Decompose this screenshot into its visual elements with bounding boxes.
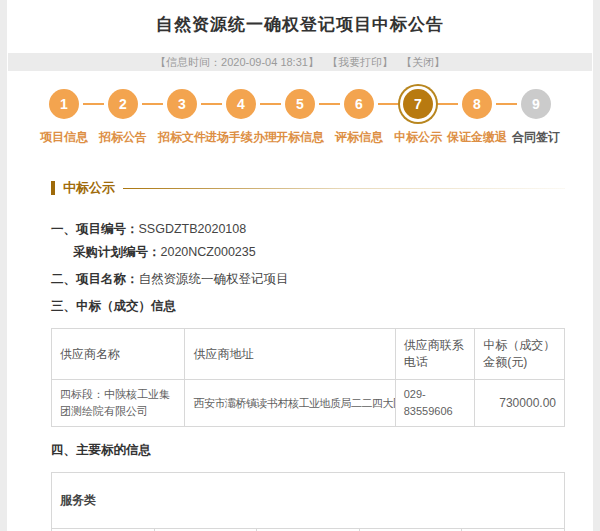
step-tender-notice[interactable]: 2 招标公告 — [108, 89, 138, 119]
cell-award-amount: 730000.00 — [475, 380, 565, 427]
progress-stepper: 1 项目信息 2 招标公告 3 招标文件 4 进场手续办理 5 开标信息 6 评… — [7, 89, 593, 159]
section-title: 中标公示 — [63, 179, 115, 197]
step-label: 进场手续办理 — [205, 129, 277, 146]
award-info-heading: 三、中标（成交）信息 — [51, 298, 565, 315]
step-project-info[interactable]: 1 项目信息 — [49, 89, 79, 119]
close-button[interactable]: 【关闭】 — [401, 55, 445, 70]
step-connector — [142, 103, 163, 105]
step-label: 招标公告 — [99, 129, 147, 146]
project-name-label: 二、项目名称： — [51, 272, 139, 286]
subject-category-row: 服务类 — [52, 473, 565, 529]
step-label: 保证金缴退 — [447, 129, 507, 146]
header-award-amount: 中标（成交）金额(元) — [475, 329, 565, 380]
project-name-value: 自然资源统一确权登记项目 — [139, 272, 289, 286]
cell-supplier-name: 四标段：中陕核工业集团测绘院有限公司 — [52, 380, 185, 427]
step-circle: 1 — [49, 89, 79, 119]
step-label: 评标信息 — [335, 129, 383, 146]
step-circle: 4 — [226, 89, 256, 119]
step-label: 招标文件 — [158, 129, 206, 146]
step-connector — [437, 103, 458, 105]
step-circle-future: 9 — [521, 89, 551, 119]
header-supplier-phone: 供应商联系电话 — [395, 329, 475, 380]
award-table-header-row: 供应商名称 供应商地址 供应商联系电话 中标（成交）金额(元) — [52, 329, 565, 380]
cell-supplier-address: 西安市灞桥镇读书村核工业地质局二二四大队 — [185, 380, 395, 427]
step-connector — [260, 103, 281, 105]
step-connector — [378, 103, 399, 105]
section-divider — [123, 188, 565, 189]
subject-info-heading: 四、主要标的信息 — [51, 442, 565, 459]
step-bid-opening[interactable]: 5 开标信息 — [285, 89, 315, 119]
project-number-label: 一、项目编号： — [51, 222, 139, 236]
project-number-row: 一、项目编号：SSGDZTB2020108 — [51, 221, 565, 238]
header-supplier-name: 供应商名称 — [52, 329, 185, 380]
step-circle: 8 — [462, 89, 492, 119]
project-number-value: SSGDZTB2020108 — [139, 222, 247, 236]
project-name-row: 二、项目名称：自然资源统一确权登记项目 — [51, 271, 565, 288]
header-supplier-address: 供应商地址 — [185, 329, 395, 380]
step-label: 项目信息 — [40, 129, 88, 146]
subject-table: 服务类 标的名称 服务范围 服务要求 服务时间 服务标准 测绘服务 四标段：银川… — [51, 472, 565, 531]
step-connector — [319, 103, 340, 105]
step-circle: 2 — [108, 89, 138, 119]
purchase-plan-number-row: 采购计划编号：2020NCZ000235 — [51, 244, 565, 261]
page-title: 自然资源统一确权登记项目中标公告 — [7, 0, 593, 37]
step-connector — [496, 103, 517, 105]
print-button[interactable]: 【我要打印】 — [327, 55, 393, 70]
step-circle: 6 — [344, 89, 374, 119]
step-entry-procedures[interactable]: 4 进场手续办理 — [226, 89, 256, 119]
step-connector — [201, 103, 222, 105]
step-label: 开标信息 — [276, 129, 324, 146]
award-table-row: 四标段：中陕核工业集团测绘院有限公司 西安市灞桥镇读书村核工业地质局二二四大队 … — [52, 380, 565, 427]
section-marker — [51, 181, 55, 195]
step-connector — [83, 103, 104, 105]
step-circle-active: 7 — [403, 89, 433, 119]
step-contract-signing[interactable]: 9 合同签订 — [521, 89, 551, 119]
step-bid-evaluation[interactable]: 6 评标信息 — [344, 89, 374, 119]
section-header: 中标公示 — [51, 179, 565, 197]
step-circle: 3 — [167, 89, 197, 119]
info-time: 【信息时间：2020-09-04 18:31】 — [155, 55, 319, 70]
step-tender-documents[interactable]: 3 招标文件 — [167, 89, 197, 119]
award-table: 供应商名称 供应商地址 供应商联系电话 中标（成交）金额(元) 四标段：中陕核工… — [51, 328, 565, 427]
step-label: 合同签订 — [512, 129, 560, 146]
step-award-announcement[interactable]: 7 中标公示 — [403, 89, 433, 119]
step-deposit-refund[interactable]: 8 保证金缴退 — [462, 89, 492, 119]
cell-supplier-phone: 029-83559606 — [395, 380, 475, 427]
step-circle: 5 — [285, 89, 315, 119]
purchase-plan-label: 采购计划编号： — [73, 245, 161, 259]
purchase-plan-value: 2020NCZ000235 — [161, 245, 256, 259]
step-label: 中标公示 — [394, 129, 442, 146]
info-bar: 【信息时间：2020-09-04 18:31】 【我要打印】 【关闭】 — [8, 53, 592, 71]
announcement-page: 自然资源统一确权登记项目中标公告 【信息时间：2020-09-04 18:31】… — [7, 0, 593, 531]
cell-category: 服务类 — [52, 473, 565, 529]
announcement-body: 一、项目编号：SSGDZTB2020108 采购计划编号：2020NCZ0002… — [7, 221, 593, 531]
